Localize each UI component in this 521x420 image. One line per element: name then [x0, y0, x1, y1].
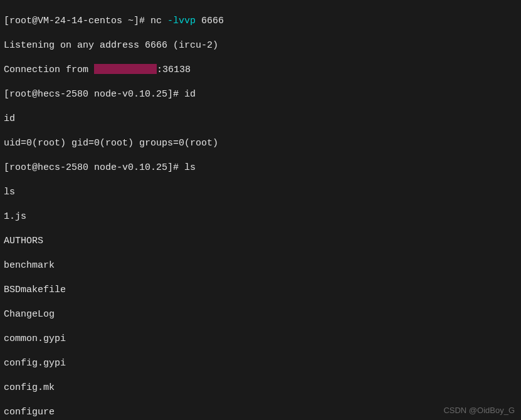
file-entry: ChangeLog: [4, 308, 517, 321]
terminal-line: [root@hecs-2580 node-v0.10.25]# ls: [4, 162, 517, 174]
command-arg: 6666: [196, 16, 224, 26]
terminal-line: ls: [4, 186, 517, 199]
command-text: id: [184, 89, 196, 100]
command-option: -lvvp: [167, 16, 196, 26]
redacted-ip: [94, 64, 157, 74]
terminal-line: Connection from :36138: [4, 64, 517, 76]
terminal-line: [root@hecs-2580 node-v0.10.25]# id: [4, 88, 517, 101]
file-entry: 1.js: [4, 211, 517, 223]
command-text: ls: [184, 162, 196, 173]
file-entry: BSDmakefile: [4, 284, 517, 297]
connection-prefix: Connection from: [4, 65, 94, 75]
file-entry: config.mk: [4, 382, 517, 394]
terminal-line: uid=0(root) gid=0(root) groups=0(root): [4, 137, 517, 150]
terminal-line: [root@VM-24-14-centos ~]# nc -lvvp 6666: [4, 15, 517, 28]
watermark-text: CSDN @OidBoy_G: [443, 406, 515, 416]
terminal-output[interactable]: [root@VM-24-14-centos ~]# nc -lvvp 6666 …: [4, 3, 517, 420]
file-entry: config.gypi: [4, 357, 517, 370]
terminal-line: Listening on any address 6666 (ircu-2): [4, 39, 517, 52]
connection-port: :36138: [157, 65, 191, 75]
shell-prompt: [root@hecs-2580 node-v0.10.25]#: [4, 162, 184, 173]
file-entry: benchmark: [4, 260, 517, 272]
file-entry: common.gypi: [4, 333, 517, 345]
shell-prompt: [root@hecs-2580 node-v0.10.25]#: [4, 89, 184, 100]
terminal-line: id: [4, 113, 517, 125]
shell-prompt: [root@VM-24-14-centos ~]# nc: [4, 16, 167, 26]
file-entry: AUTHORS: [4, 235, 517, 248]
file-entry: configure: [4, 406, 517, 419]
